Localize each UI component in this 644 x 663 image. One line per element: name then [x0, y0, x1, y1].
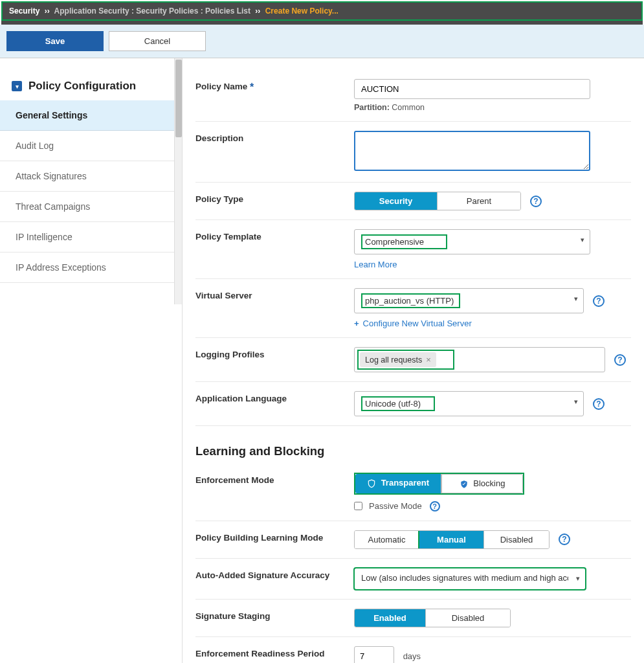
- shield-icon: [367, 479, 376, 488]
- breadcrumb-sep-icon: ››: [255, 6, 260, 16]
- policy-template-label: Policy Template: [195, 229, 354, 242]
- staging-enabled[interactable]: Enabled: [355, 609, 426, 627]
- main-content: Policy Name * Partition: Common Descript…: [183, 58, 644, 663]
- breadcrumb: Security ›› Application Security : Secur…: [1, 1, 643, 21]
- sig-accuracy-select[interactable]: Low (also includes signatures with mediu…: [354, 568, 586, 590]
- chevron-down-icon: ▾: [581, 236, 584, 244]
- virtual-server-select[interactable]: php_auction_vs (HTTP) ▾: [354, 288, 584, 313]
- breadcrumb-sep-icon: ››: [45, 6, 50, 16]
- readiness-input[interactable]: [354, 646, 394, 663]
- learning-mode-toggle: Automatic Manual Disabled: [354, 530, 550, 549]
- sig-staging-toggle: Enabled Disabled: [354, 609, 511, 627]
- sig-accuracy-label: Auto-Added Signature Accuracy: [195, 568, 354, 580]
- breadcrumb-current: Create New Policy...: [265, 6, 339, 16]
- policy-type-security[interactable]: Security: [355, 192, 438, 210]
- passive-mode-checkbox[interactable]: [354, 502, 362, 510]
- sidebar-item-audit-log[interactable]: Audit Log: [0, 131, 182, 161]
- sidebar-title: Policy Configuration: [28, 80, 136, 93]
- policy-name-input[interactable]: [354, 79, 590, 99]
- enforcement-transparent[interactable]: Transparent: [355, 474, 441, 493]
- logging-profiles-input[interactable]: Log all requests ×: [354, 347, 605, 372]
- close-icon[interactable]: ×: [426, 355, 431, 365]
- breadcrumb-mid[interactable]: Application Security : Security Policies…: [54, 6, 250, 16]
- plus-icon: +: [354, 319, 359, 328]
- sidebar-item-ip-intelligence[interactable]: IP Intelligence: [0, 222, 182, 253]
- sig-staging-label: Signature Staging: [195, 609, 354, 621]
- enforcement-mode-label: Enforcement Mode: [195, 473, 354, 485]
- help-icon[interactable]: ?: [430, 501, 440, 511]
- learning-blocking-heading: Learning and Blocking: [195, 444, 631, 458]
- learning-manual[interactable]: Manual: [419, 531, 484, 548]
- chevron-down-icon: ▾: [576, 574, 580, 583]
- virtual-server-label: Virtual Server: [195, 288, 354, 300]
- toolbar: Save Cancel: [0, 25, 644, 58]
- logging-profile-tag: Log all requests ×: [360, 352, 436, 367]
- app-language-select[interactable]: Unicode (utf-8) ▾: [354, 391, 584, 416]
- learning-mode-label: Policy Building Learning Mode: [195, 530, 354, 543]
- policy-template-select[interactable]: Comprehensive ▾: [354, 229, 590, 254]
- shield-check-icon: [460, 480, 469, 489]
- readiness-unit: days: [403, 651, 421, 661]
- sidebar-item-threat-campaigns[interactable]: Threat Campaigns: [0, 192, 182, 222]
- learn-more-link[interactable]: Learn More: [354, 260, 397, 269]
- help-icon[interactable]: ?: [593, 295, 605, 307]
- chevron-down-icon: ▾: [574, 398, 578, 406]
- policy-type-toggle: Security Parent: [354, 192, 521, 210]
- partition-label: Partition: Common: [354, 103, 631, 112]
- help-icon[interactable]: ?: [593, 398, 605, 410]
- sidebar-scrollbar[interactable]: [174, 58, 182, 304]
- sidebar-item-attack-signatures[interactable]: Attack Signatures: [0, 161, 182, 192]
- help-icon[interactable]: ?: [614, 354, 626, 366]
- policy-type-label: Policy Type: [195, 192, 354, 204]
- cancel-button[interactable]: Cancel: [109, 31, 206, 51]
- enforcement-mode-toggle: Transparent Blocking: [355, 474, 523, 493]
- sidebar-item-general-settings[interactable]: General Settings: [0, 100, 182, 131]
- breadcrumb-root[interactable]: Security: [9, 6, 39, 16]
- policy-name-label: Policy Name *: [195, 79, 354, 93]
- sidebar: ▾ Policy Configuration General Settings …: [0, 58, 183, 663]
- passive-mode-label: Passive Mode: [369, 501, 422, 511]
- readiness-label: Enforcement Readiness Period: [195, 646, 354, 658]
- help-icon[interactable]: ?: [559, 534, 570, 545]
- collapse-icon[interactable]: ▾: [12, 81, 22, 91]
- configure-new-vs-link[interactable]: +Configure New Virtual Server: [354, 319, 472, 328]
- learning-disabled[interactable]: Disabled: [484, 531, 549, 548]
- policy-type-parent[interactable]: Parent: [438, 192, 520, 210]
- app-language-label: Application Language: [195, 391, 354, 403]
- staging-disabled[interactable]: Disabled: [426, 609, 510, 627]
- description-label: Description: [195, 131, 354, 143]
- save-button[interactable]: Save: [6, 31, 104, 51]
- help-icon[interactable]: ?: [530, 196, 542, 207]
- description-textarea[interactable]: [354, 131, 590, 171]
- enforcement-blocking[interactable]: Blocking: [441, 474, 523, 493]
- learning-automatic[interactable]: Automatic: [355, 531, 419, 548]
- chevron-down-icon: ▾: [574, 295, 578, 303]
- logging-profiles-label: Logging Profiles: [195, 347, 354, 359]
- sidebar-item-ip-address-exceptions[interactable]: IP Address Exceptions: [0, 253, 182, 283]
